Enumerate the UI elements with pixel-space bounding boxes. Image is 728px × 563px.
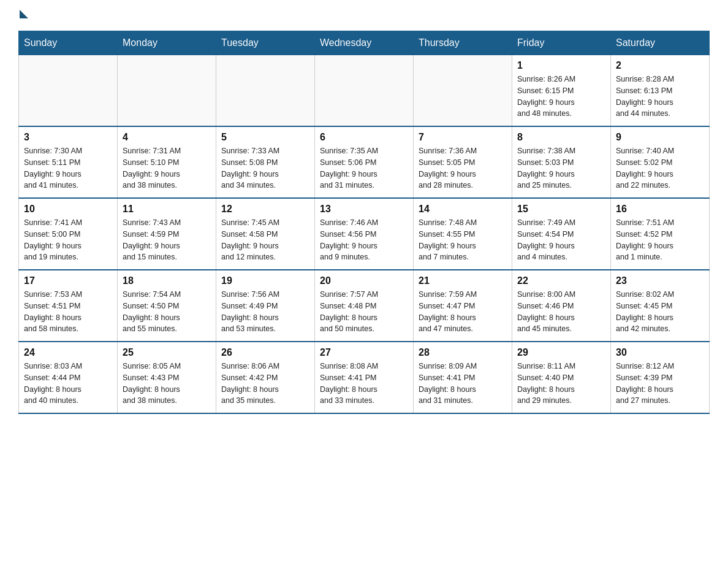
day-info: Sunrise: 7:30 AMSunset: 5:11 PMDaylight:… [24,145,112,191]
day-info: Sunrise: 7:35 AMSunset: 5:06 PMDaylight:… [320,145,408,191]
calendar-cell [19,55,118,127]
day-number: 11 [123,204,211,215]
calendar-cell: 22Sunrise: 8:00 AMSunset: 4:46 PMDayligh… [512,270,611,342]
calendar-cell: 17Sunrise: 7:53 AMSunset: 4:51 PMDayligh… [19,270,118,342]
day-number: 18 [123,275,211,286]
calendar-cell: 30Sunrise: 8:12 AMSunset: 4:39 PMDayligh… [611,342,710,413]
day-info: Sunrise: 7:36 AMSunset: 5:05 PMDaylight:… [419,145,507,191]
day-number: 5 [221,132,309,143]
col-friday: Friday [512,31,611,55]
calendar-cell: 13Sunrise: 7:46 AMSunset: 4:56 PMDayligh… [315,198,414,270]
day-number: 27 [320,347,408,358]
day-number: 2 [616,60,704,71]
calendar-cell: 26Sunrise: 8:06 AMSunset: 4:42 PMDayligh… [216,342,315,413]
calendar-cell: 11Sunrise: 7:43 AMSunset: 4:59 PMDayligh… [118,198,216,270]
calendar-cell: 14Sunrise: 7:48 AMSunset: 4:55 PMDayligh… [414,198,512,270]
day-number: 29 [517,347,605,358]
calendar-cell: 28Sunrise: 8:09 AMSunset: 4:41 PMDayligh… [414,342,512,413]
day-info: Sunrise: 7:45 AMSunset: 4:58 PMDaylight:… [221,217,309,263]
day-info: Sunrise: 8:02 AMSunset: 4:45 PMDaylight:… [616,289,704,335]
day-info: Sunrise: 8:12 AMSunset: 4:39 PMDaylight:… [616,361,704,407]
logo-area [18,12,28,20]
day-number: 9 [616,132,704,143]
page-header [18,12,710,20]
day-number: 20 [320,275,408,286]
day-info: Sunrise: 7:49 AMSunset: 4:54 PMDaylight:… [517,217,605,263]
calendar-cell: 25Sunrise: 8:05 AMSunset: 4:43 PMDayligh… [118,342,216,413]
calendar-cell: 5Sunrise: 7:33 AMSunset: 5:08 PMDaylight… [216,126,315,198]
day-info: Sunrise: 7:41 AMSunset: 5:00 PMDaylight:… [24,217,112,263]
calendar-week-row: 3Sunrise: 7:30 AMSunset: 5:11 PMDaylight… [19,126,710,198]
calendar-cell [414,55,512,127]
day-info: Sunrise: 7:33 AMSunset: 5:08 PMDaylight:… [221,145,309,191]
col-tuesday: Tuesday [216,31,315,55]
day-number: 10 [24,204,112,215]
day-number: 26 [221,347,309,358]
calendar-week-row: 10Sunrise: 7:41 AMSunset: 5:00 PMDayligh… [19,198,710,270]
day-info: Sunrise: 8:08 AMSunset: 4:41 PMDaylight:… [320,361,408,407]
day-info: Sunrise: 7:59 AMSunset: 4:47 PMDaylight:… [419,289,507,335]
col-monday: Monday [118,31,216,55]
day-info: Sunrise: 7:51 AMSunset: 4:52 PMDaylight:… [616,217,704,263]
col-saturday: Saturday [611,31,710,55]
day-info: Sunrise: 7:31 AMSunset: 5:10 PMDaylight:… [123,145,211,191]
calendar-cell: 1Sunrise: 8:26 AMSunset: 6:15 PMDaylight… [512,55,611,127]
day-number: 3 [24,132,112,143]
calendar-cell: 9Sunrise: 7:40 AMSunset: 5:02 PMDaylight… [611,126,710,198]
day-number: 19 [221,275,309,286]
day-info: Sunrise: 7:48 AMSunset: 4:55 PMDaylight:… [419,217,507,263]
calendar-cell: 29Sunrise: 8:11 AMSunset: 4:40 PMDayligh… [512,342,611,413]
day-number: 16 [616,204,704,215]
calendar-cell: 8Sunrise: 7:38 AMSunset: 5:03 PMDaylight… [512,126,611,198]
day-number: 1 [517,60,605,71]
day-number: 23 [616,275,704,286]
calendar-cell: 3Sunrise: 7:30 AMSunset: 5:11 PMDaylight… [19,126,118,198]
day-info: Sunrise: 7:56 AMSunset: 4:49 PMDaylight:… [221,289,309,335]
day-info: Sunrise: 8:26 AMSunset: 6:15 PMDaylight:… [517,74,605,120]
day-number: 28 [419,347,507,358]
calendar-cell: 18Sunrise: 7:54 AMSunset: 4:50 PMDayligh… [118,270,216,342]
day-number: 8 [517,132,605,143]
day-info: Sunrise: 8:11 AMSunset: 4:40 PMDaylight:… [517,361,605,407]
calendar-cell: 19Sunrise: 7:56 AMSunset: 4:49 PMDayligh… [216,270,315,342]
calendar-cell: 7Sunrise: 7:36 AMSunset: 5:05 PMDaylight… [414,126,512,198]
calendar-cell: 24Sunrise: 8:03 AMSunset: 4:44 PMDayligh… [19,342,118,413]
day-info: Sunrise: 7:40 AMSunset: 5:02 PMDaylight:… [616,145,704,191]
day-info: Sunrise: 8:05 AMSunset: 4:43 PMDaylight:… [123,361,211,407]
col-sunday: Sunday [19,31,118,55]
calendar-cell: 27Sunrise: 8:08 AMSunset: 4:41 PMDayligh… [315,342,414,413]
day-info: Sunrise: 7:54 AMSunset: 4:50 PMDaylight:… [123,289,211,335]
calendar-week-row: 1Sunrise: 8:26 AMSunset: 6:15 PMDaylight… [19,55,710,127]
day-number: 30 [616,347,704,358]
calendar-body: 1Sunrise: 8:26 AMSunset: 6:15 PMDaylight… [19,55,710,414]
calendar-cell: 21Sunrise: 7:59 AMSunset: 4:47 PMDayligh… [414,270,512,342]
calendar-cell: 16Sunrise: 7:51 AMSunset: 4:52 PMDayligh… [611,198,710,270]
day-number: 22 [517,275,605,286]
calendar-cell: 15Sunrise: 7:49 AMSunset: 4:54 PMDayligh… [512,198,611,270]
calendar-cell: 2Sunrise: 8:28 AMSunset: 6:13 PMDaylight… [611,55,710,127]
day-number: 24 [24,347,112,358]
calendar-table: Sunday Monday Tuesday Wednesday Thursday… [18,31,710,414]
day-info: Sunrise: 7:38 AMSunset: 5:03 PMDaylight:… [517,145,605,191]
calendar-week-row: 24Sunrise: 8:03 AMSunset: 4:44 PMDayligh… [19,342,710,413]
logo-text [18,12,28,18]
day-number: 12 [221,204,309,215]
col-thursday: Thursday [414,31,512,55]
day-info: Sunrise: 8:09 AMSunset: 4:41 PMDaylight:… [419,361,507,407]
calendar-cell [216,55,315,127]
day-number: 6 [320,132,408,143]
col-wednesday: Wednesday [315,31,414,55]
day-number: 25 [123,347,211,358]
calendar-cell: 20Sunrise: 7:57 AMSunset: 4:48 PMDayligh… [315,270,414,342]
calendar-header: Sunday Monday Tuesday Wednesday Thursday… [19,31,710,55]
calendar-cell: 4Sunrise: 7:31 AMSunset: 5:10 PMDaylight… [118,126,216,198]
day-info: Sunrise: 7:46 AMSunset: 4:56 PMDaylight:… [320,217,408,263]
day-number: 13 [320,204,408,215]
day-number: 17 [24,275,112,286]
calendar-week-row: 17Sunrise: 7:53 AMSunset: 4:51 PMDayligh… [19,270,710,342]
day-info: Sunrise: 7:57 AMSunset: 4:48 PMDaylight:… [320,289,408,335]
day-number: 4 [123,132,211,143]
day-info: Sunrise: 8:03 AMSunset: 4:44 PMDaylight:… [24,361,112,407]
day-number: 15 [517,204,605,215]
calendar-cell: 23Sunrise: 8:02 AMSunset: 4:45 PMDayligh… [611,270,710,342]
